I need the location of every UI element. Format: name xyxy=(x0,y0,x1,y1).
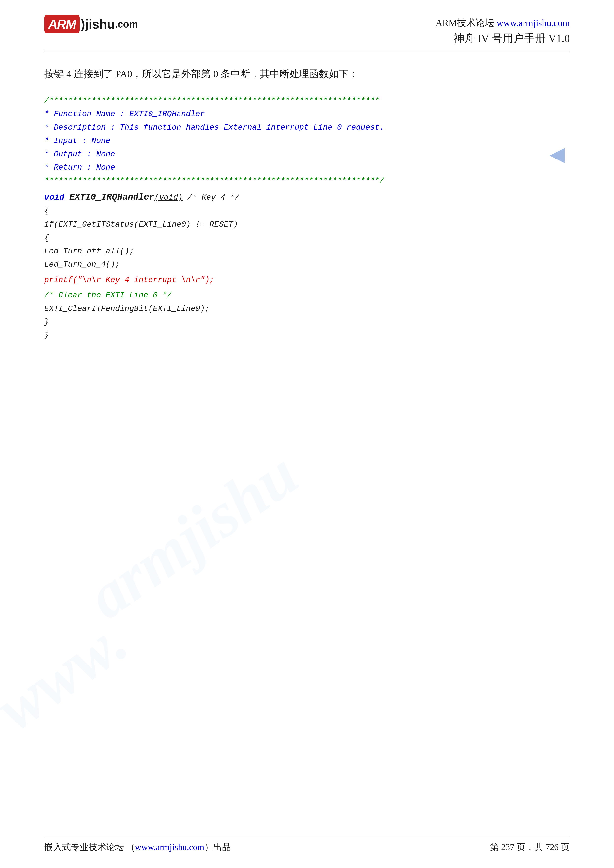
footer-left: 嵌入式专业技术论坛 （www.armjishu.com）出品 xyxy=(44,841,231,853)
code-brace4: } xyxy=(44,329,570,342)
code-led-off: Led_Turn_off_all(); xyxy=(44,245,570,258)
code-brace2: { xyxy=(44,231,570,245)
code-line-output: * Output : None xyxy=(44,148,570,161)
watermark: www. armjishu xyxy=(25,573,369,819)
code-line-stars-top: /***************************************… xyxy=(44,94,570,107)
jishu-text: )jishu xyxy=(81,17,115,31)
dot-com: .com xyxy=(115,19,138,30)
code-brace3: } xyxy=(44,316,570,329)
code-line-desc: * Description : This function handles Ex… xyxy=(44,121,570,134)
header: ARM )jishu .com ARM技术论坛 www.armjishu.com… xyxy=(44,15,570,51)
code-line-funcname: * Function Name : EXTI0_IRQHandler xyxy=(44,107,570,121)
code-brace-open: { xyxy=(44,205,570,218)
watermark-www: www. xyxy=(0,604,141,745)
code-comment-clear: /* Clear the EXTI Line 0 */ xyxy=(44,289,570,302)
code-led-on: Led_Turn_on_4(); xyxy=(44,258,570,271)
header-site-label: ARM技术论坛 www.armjishu.com xyxy=(436,17,570,29)
footer-url[interactable]: www.armjishu.com xyxy=(135,842,204,852)
arrow-decoration: ◀ xyxy=(550,143,565,165)
code-block: /***************************************… xyxy=(44,94,570,343)
intro-text: 按键 4 连接到了 PA0，所以它是外部第 0 条中断，其中断处理函数如下： xyxy=(44,66,570,82)
arm-text: ARM xyxy=(48,17,76,31)
arm-logo: ARM xyxy=(44,15,80,33)
code-line-input: * Input : None xyxy=(44,134,570,147)
watermark-armjishu: armjishu xyxy=(74,437,311,633)
header-right: ARM技术论坛 www.armjishu.com 神舟 IV 号用户手册 V1.… xyxy=(436,15,570,46)
logo-container: ARM )jishu .com xyxy=(44,15,138,33)
header-site-url[interactable]: www.armjishu.com xyxy=(497,18,570,28)
code-line-return: * Return : None xyxy=(44,161,570,174)
header-manual-title: 神舟 IV 号用户手册 V1.0 xyxy=(436,31,570,46)
code-line-stars-bottom: ****************************************… xyxy=(44,174,570,188)
code-line-void: void EXTI0_IRQHandler(void) /* Key 4 */ xyxy=(44,190,570,205)
footer-right: 第 237 页，共 726 页 xyxy=(490,841,570,853)
code-exti-clear: EXTI_ClearITPendingBit(EXTI_Line0); xyxy=(44,302,570,316)
code-if-line: if(EXTI_GetITStatus(EXTI_Line0) != RESET… xyxy=(44,218,570,231)
code-printf: printf("\n\r Key 4 interrupt \n\r"); xyxy=(44,274,570,287)
page: ARM )jishu .com ARM技术论坛 www.armjishu.com… xyxy=(0,0,614,868)
footer: 嵌入式专业技术论坛 （www.armjishu.com）出品 第 237 页，共… xyxy=(44,836,570,853)
